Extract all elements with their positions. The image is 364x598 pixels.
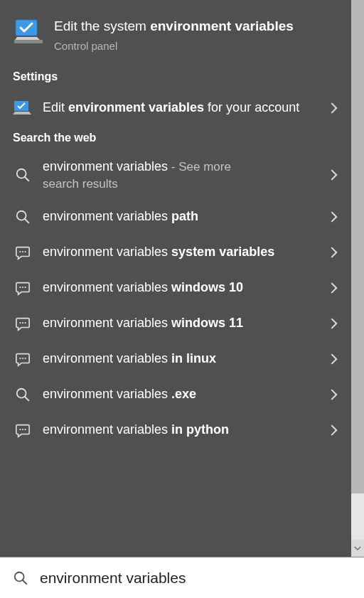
search-icon — [11, 569, 30, 587]
svg-point-11 — [22, 287, 23, 288]
chevron-right-icon[interactable] — [327, 210, 341, 224]
best-match-title: Edit the system environment variables — [54, 17, 337, 36]
section-header-settings: Settings — [0, 65, 351, 90]
web-result-item[interactable]: environment variables - See moresearch r… — [0, 151, 351, 199]
chevron-right-icon[interactable] — [327, 423, 341, 437]
svg-point-14 — [22, 322, 23, 324]
chevron-right-icon[interactable] — [327, 168, 341, 182]
chat-icon — [13, 420, 33, 440]
chevron-right-icon[interactable] — [327, 352, 341, 366]
best-match-subtitle: Control panel — [54, 40, 337, 52]
chevron-right-icon[interactable] — [327, 281, 341, 295]
web-result-text: environment variables in python — [43, 422, 317, 438]
svg-point-10 — [19, 287, 21, 288]
monitor-small-icon — [13, 98, 33, 118]
chevron-right-icon[interactable] — [327, 101, 341, 115]
web-result-text: environment variables windows 10 — [43, 279, 317, 296]
web-result-text: environment variables - See moresearch r… — [43, 159, 317, 192]
web-result-text: environment variables path — [43, 208, 317, 225]
web-result-text: environment variables in linux — [43, 351, 317, 367]
web-result-item[interactable]: environment variables in linux — [0, 341, 351, 377]
web-result-text: environment variables .exe — [43, 386, 317, 402]
web-result-text: environment variables system variables — [43, 244, 317, 260]
chat-icon — [13, 278, 33, 298]
scrollbar-thumb[interactable] — [351, 0, 364, 493]
search-input[interactable] — [40, 570, 353, 587]
chat-icon — [13, 242, 33, 262]
settings-result-item[interactable]: Edit environment variables for your acco… — [0, 90, 351, 126]
search-results-panel: Edit the system environment variables Co… — [0, 0, 351, 557]
svg-line-4 — [25, 177, 29, 181]
svg-point-22 — [22, 429, 23, 430]
web-result-item[interactable]: environment variables system variables — [0, 235, 351, 270]
web-result-item[interactable]: environment variables windows 11 — [0, 306, 351, 341]
svg-point-9 — [25, 251, 26, 252]
svg-point-18 — [25, 358, 26, 359]
svg-rect-1 — [14, 40, 43, 43]
svg-point-21 — [19, 429, 21, 430]
svg-point-23 — [25, 429, 26, 430]
svg-point-15 — [25, 322, 26, 324]
chevron-right-icon[interactable] — [327, 245, 341, 260]
chat-icon — [13, 314, 33, 333]
svg-line-25 — [23, 580, 27, 584]
svg-point-17 — [22, 358, 23, 359]
scrollbar-down-button[interactable] — [351, 540, 364, 557]
search-icon — [13, 207, 33, 227]
web-result-item[interactable]: environment variables .exe — [0, 377, 351, 412]
svg-point-16 — [19, 358, 21, 359]
svg-point-8 — [22, 251, 23, 252]
web-result-item[interactable]: environment variables in python — [0, 412, 351, 448]
chevron-right-icon[interactable] — [327, 316, 341, 331]
svg-point-7 — [19, 251, 21, 252]
svg-point-13 — [19, 322, 21, 324]
chevron-right-icon[interactable] — [327, 388, 341, 402]
web-result-item[interactable]: environment variables path — [0, 199, 351, 235]
web-result-item[interactable]: environment variables windows 10 — [0, 270, 351, 306]
section-header-web: Search the web — [0, 126, 351, 151]
search-bar — [0, 557, 364, 598]
best-match-text: Edit the system environment variables Co… — [54, 17, 337, 52]
best-match-item[interactable]: Edit the system environment variables Co… — [0, 0, 351, 65]
search-icon — [13, 385, 33, 405]
svg-line-6 — [25, 219, 29, 223]
chat-icon — [13, 349, 33, 369]
svg-point-12 — [25, 287, 26, 288]
web-result-text: environment variables windows 11 — [43, 315, 317, 331]
search-icon — [13, 165, 33, 185]
monitor-checkmark-icon — [14, 18, 43, 46]
svg-line-20 — [25, 397, 29, 401]
settings-result-text: Edit environment variables for your acco… — [43, 100, 317, 116]
scrollbar[interactable] — [351, 0, 364, 557]
